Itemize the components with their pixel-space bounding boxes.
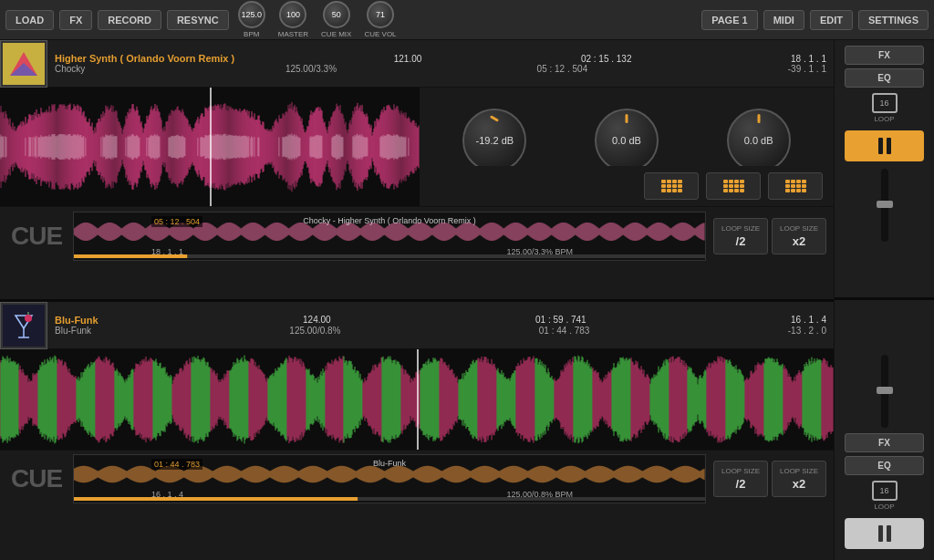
deck2-cue-controls: LOOP SIZE /2 LOOP SIZE x2 <box>706 461 834 497</box>
deck1-eq-low-knob[interactable]: -19.2 dB <box>462 109 526 172</box>
deck1-filter-btn-3[interactable] <box>768 172 823 200</box>
deck1-time1: 02 : 15 . 132 <box>581 54 632 64</box>
right-eq-button[interactable]: EQ <box>845 68 924 88</box>
midi-button[interactable]: MIDI <box>763 10 804 30</box>
deck1-album-art-icon <box>3 43 45 85</box>
deck2-loop-size-div[interactable]: LOOP SIZE /2 <box>713 461 768 497</box>
deck1-filter-btn-1[interactable] <box>644 172 699 200</box>
deck2-loop-size-mul[interactable]: LOOP SIZE x2 <box>772 461 826 497</box>
deck1-cue-pos: 18 . 1 . 1 <box>151 247 183 256</box>
deck2-cue-label: CUE <box>0 464 73 493</box>
deck1-cue-title: Chocky - Higher Synth ( Orlando Voorn Re… <box>303 216 476 225</box>
cue-mix-knob-group: 50 CUE MIX <box>321 1 351 38</box>
deck1-time2: 05 : 12 . 504 <box>537 64 588 74</box>
deck2-bpm2: 125.00/0.8% <box>289 326 340 336</box>
deck2-loop-mul-label: LOOP SIZE <box>780 467 818 475</box>
deck2-meta-row1: Blu-Funk 124.00 01 : 59 . 741 16 . 1 . 4 <box>55 315 826 326</box>
deck2-playhead <box>417 349 419 450</box>
right-deck1-section: FX EQ 16 LOOP <box>835 40 934 297</box>
deck1-eq-high-value: 0.0 dB <box>744 135 773 146</box>
master-label: MASTER <box>278 30 308 38</box>
deck2-loop-div-label: LOOP SIZE <box>721 467 760 475</box>
cue-mix-knob[interactable]: 50 <box>323 1 350 28</box>
deck1-loop-div-val: /2 <box>736 234 746 248</box>
loop-square2-icon: 16 <box>872 481 898 501</box>
deck2-track-meta: Blu-Funk 124.00 01 : 59 . 741 16 . 1 . 4… <box>47 302 834 348</box>
right-fx-button[interactable]: FX <box>845 46 924 65</box>
deck1-filter-row <box>420 166 834 206</box>
deck1-bpm2: 125.00/3.3% <box>285 64 337 74</box>
deck1-filter-btn-2[interactable] <box>706 172 761 200</box>
page1-button[interactable]: PAGE 1 <box>701 10 758 30</box>
deck2-album-art-icon <box>3 305 45 347</box>
deck2-cue-pos: 16 . 1 . 4 <box>151 490 183 499</box>
main-layout: Higher Synth ( Orlando Voorn Remix ) 121… <box>0 40 934 560</box>
deck1-filter-grid-2 <box>723 180 744 192</box>
deck1-bpm: 121.00 <box>394 54 422 64</box>
cue-vol-knob-group: 71 CUE VOL <box>364 1 396 38</box>
right-pause-button[interactable] <box>845 130 924 161</box>
resync-button[interactable]: RESYNC <box>167 10 229 30</box>
deck1-cue-section: CUE 05 : 12 . 504 Chocky - Higher Synth … <box>0 206 834 264</box>
deck1-album-art <box>0 40 47 88</box>
right-fader1[interactable] <box>881 169 888 242</box>
deck2-pos2: -13 . 2 . 0 <box>788 326 826 336</box>
deck2-track-artist: Blu-Funk <box>55 326 91 336</box>
deck1-cue-controls: LOOP SIZE /2 LOOP SIZE x2 <box>706 218 834 254</box>
svg-point-6 <box>25 315 32 322</box>
right-fader1-handle <box>877 201 893 208</box>
pause-bar-right <box>887 138 891 154</box>
master-knob-group: 100 MASTER <box>278 1 308 38</box>
right-fader2-handle <box>877 387 893 394</box>
pause2-icon <box>878 525 891 542</box>
fx-button[interactable]: FX <box>59 10 92 30</box>
deck1-loop-size-mul[interactable]: LOOP SIZE x2 <box>772 218 826 254</box>
left-panel: Higher Synth ( Orlando Voorn Remix ) 121… <box>0 40 834 560</box>
deck1-loop-div-label: LOOP SIZE <box>721 224 760 233</box>
deck1-eq-high-knob[interactable]: 0.0 dB <box>727 109 791 172</box>
deck2-waveform[interactable] <box>0 349 834 450</box>
deck1-cue-waveform[interactable]: 05 : 12 . 504 Chocky - Higher Synth ( Or… <box>73 212 706 261</box>
right-eq2-button[interactable]: EQ <box>845 456 924 475</box>
deck1-loop-mul-val: x2 <box>793 234 805 248</box>
right-loop2-button[interactable]: 16 LOOP <box>872 481 898 511</box>
toolbar: LOAD FX RECORD RESYNC 125.0 BPM 100 MAST… <box>0 0 934 40</box>
svg-rect-3 <box>3 305 45 347</box>
pause-bar-left <box>878 138 883 154</box>
cue-mix-label: CUE MIX <box>321 30 351 38</box>
deck1-eq-mid-knob[interactable]: 0.0 dB <box>595 109 659 172</box>
right-fx2-button[interactable]: FX <box>845 433 924 452</box>
right-pause2-button[interactable] <box>845 518 924 549</box>
bpm-knob[interactable]: 125.0 <box>238 1 265 28</box>
deck2-cue-bpm: 125.00/0.8% BPM <box>506 490 573 499</box>
deck2-cue-section: CUE 01 : 44 . 783 Blu-Funk 16 . 1 . 4 12… <box>0 450 834 508</box>
deck1-loop-size-div[interactable]: LOOP SIZE /2 <box>713 218 768 254</box>
record-button[interactable]: RECORD <box>98 10 161 30</box>
deck1-track-info-row: Higher Synth ( Orlando Voorn Remix ) 121… <box>0 40 834 88</box>
master-knob[interactable]: 100 <box>279 1 306 28</box>
right-fader2[interactable] <box>881 355 888 428</box>
cue-vol-knob[interactable]: 71 <box>367 1 394 28</box>
deck2-time1: 01 : 59 . 741 <box>535 315 586 325</box>
deck1-filter-grid-3 <box>785 180 806 192</box>
deck1-track-meta: Higher Synth ( Orlando Voorn Remix ) 121… <box>47 40 834 87</box>
deck2-pos1: 16 . 1 . 4 <box>791 315 826 325</box>
right-loop-button[interactable]: 16 LOOP <box>872 93 898 123</box>
load-button[interactable]: LOAD <box>5 10 54 30</box>
deck1-waveform-main[interactable] <box>0 88 420 206</box>
deck1-pos1: 18 . 1 . 1 <box>791 54 826 64</box>
deck2-cue-waveform[interactable]: 01 : 44 . 783 Blu-Funk 16 . 1 . 4 125.00… <box>73 454 706 503</box>
deck2-meta-row2: Blu-Funk 125.00/0.8% 01 : 44 . 783 -13 .… <box>55 326 826 336</box>
deck1-eq-low-value: -19.2 dB <box>476 135 514 146</box>
deck1-filter-grid-1 <box>661 180 682 192</box>
right-panel: FX EQ 16 LOOP FX <box>834 40 934 560</box>
bpm-label: BPM <box>244 30 259 38</box>
deck2-track-info-row: Blu-Funk 124.00 01 : 59 . 741 16 . 1 . 4… <box>0 302 834 349</box>
deck2-cue-title: Blu-Funk <box>373 459 406 468</box>
deck2-track-title: Blu-Funk <box>55 315 99 326</box>
edit-button[interactable]: EDIT <box>810 10 853 30</box>
deck2-cue-time: 01 : 44 . 783 <box>151 459 202 470</box>
deck1-meta-row2: Chocky 125.00/3.3% 05 : 12 . 504 -39 . 1… <box>55 64 826 74</box>
settings-button[interactable]: SETTINGS <box>858 10 929 30</box>
right-deck2-section: FX EQ 16 LOOP <box>835 300 934 561</box>
